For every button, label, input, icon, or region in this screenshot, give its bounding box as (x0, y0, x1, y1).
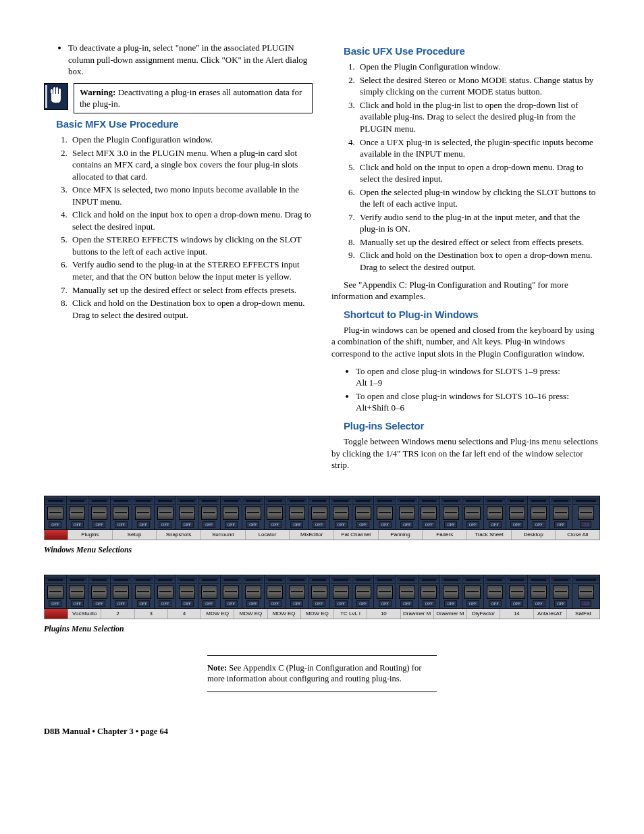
off-button[interactable]: OFF (466, 521, 479, 528)
selector-label[interactable]: Faders (423, 530, 467, 540)
off-button[interactable]: OFF (159, 521, 171, 528)
fader[interactable] (531, 585, 547, 599)
off-button[interactable]: OFF (466, 600, 479, 607)
channel[interactable]: OFF (132, 575, 155, 608)
trs-toggle-icon[interactable] (45, 530, 68, 540)
selector-label[interactable]: Setup (113, 530, 157, 540)
selector-label[interactable]: Drawmer M (434, 609, 467, 619)
fader[interactable] (399, 585, 415, 599)
channel[interactable]: OFF (88, 496, 111, 529)
off-button[interactable]: OFF (489, 600, 502, 607)
channel[interactable]: OFF (484, 575, 506, 608)
off-button[interactable]: OFF (290, 600, 303, 607)
channel[interactable]: OFF (242, 575, 265, 608)
fader[interactable] (179, 585, 195, 599)
selector-label[interactable]: TC LvL I (334, 609, 367, 619)
fader[interactable] (311, 506, 327, 520)
off-button[interactable]: OFF (444, 600, 457, 607)
off-button[interactable]: OFF (335, 600, 348, 607)
off-button[interactable]: OFF (92, 521, 105, 528)
fader[interactable] (201, 506, 217, 520)
channel[interactable]: OFF (440, 496, 462, 529)
channel[interactable]: OFF (330, 496, 352, 529)
off-button[interactable]: OFF (71, 521, 84, 528)
off-button[interactable]: OFF (71, 600, 84, 607)
off-button[interactable]: OFF (246, 600, 259, 607)
channel[interactable]: OFF (176, 496, 198, 529)
fader[interactable] (311, 585, 327, 599)
fader[interactable] (47, 506, 63, 520)
channel[interactable]: OFF (352, 575, 375, 608)
off-button[interactable]: OFF (489, 521, 502, 528)
off-button[interactable]: OFF (356, 521, 369, 528)
channel[interactable]: OFF (265, 575, 287, 608)
off-button[interactable]: OFF (181, 521, 194, 528)
channel[interactable]: OFF (286, 496, 308, 529)
off-button[interactable]: OFF (92, 600, 105, 607)
selector-label[interactable]: Close All (556, 530, 599, 540)
off-button[interactable]: OFF (203, 521, 215, 528)
off-button[interactable]: OFF (269, 600, 281, 607)
fader[interactable] (223, 585, 239, 599)
channel[interactable]: OFF (396, 575, 419, 608)
selector-label[interactable]: Fat Channel (334, 530, 379, 540)
fader[interactable] (421, 585, 437, 599)
off-button[interactable]: OFF (49, 600, 61, 607)
fader[interactable] (421, 506, 437, 520)
selector-label[interactable]: 4 (168, 609, 201, 619)
off-button[interactable]: OFF (423, 521, 435, 528)
fader[interactable] (157, 585, 173, 599)
off-button[interactable]: OFF (225, 521, 238, 528)
off-button[interactable]: OFF (246, 521, 259, 528)
master-channel[interactable]: -3.5 (572, 496, 599, 529)
channel[interactable]: OFF (308, 496, 331, 529)
fader[interactable] (113, 506, 129, 520)
channel[interactable]: OFF (352, 496, 375, 529)
selector-label[interactable]: SatFat (567, 609, 599, 619)
off-button[interactable]: OFF (269, 521, 281, 528)
channel[interactable]: OFF (506, 496, 529, 529)
selector-label[interactable]: 10 (367, 609, 400, 619)
off-button[interactable]: OFF (115, 600, 128, 607)
fader[interactable] (245, 506, 261, 520)
off-button[interactable]: OFF (115, 521, 128, 528)
selector-label[interactable]: MDW EQ (234, 609, 267, 619)
fader[interactable] (487, 585, 503, 599)
off-button[interactable]: OFF (533, 521, 545, 528)
fader[interactable] (355, 506, 371, 520)
off-button[interactable]: OFF (533, 600, 545, 607)
fader[interactable] (399, 506, 415, 520)
off-button[interactable]: OFF (510, 600, 523, 607)
channel[interactable]: OFF (221, 496, 243, 529)
channel[interactable]: OFF (111, 575, 133, 608)
fader[interactable] (355, 585, 371, 599)
channel[interactable]: OFF (67, 496, 89, 529)
channel[interactable]: OFF (88, 575, 111, 608)
selector-label[interactable]: DlyFactor (467, 609, 500, 619)
channel[interactable]: OFF (265, 496, 287, 529)
channel[interactable]: OFF (67, 575, 89, 608)
channel[interactable]: OFF (462, 575, 485, 608)
off-button[interactable]: OFF (400, 521, 413, 528)
selector-label[interactable]: MDW EQ (268, 609, 301, 619)
off-button[interactable]: OFF (137, 600, 150, 607)
selector-label[interactable]: Panning (379, 530, 423, 540)
fader[interactable] (289, 506, 305, 520)
off-button[interactable]: OFF (49, 521, 61, 528)
off-button[interactable]: OFF (444, 521, 457, 528)
fader[interactable] (223, 506, 239, 520)
master-channel[interactable]: -3.5 (572, 575, 599, 608)
channel[interactable]: OFF (111, 496, 133, 529)
selector-label[interactable]: Snapshots (157, 530, 201, 540)
channel[interactable]: OFF (550, 575, 572, 608)
channel[interactable]: OFF (419, 575, 441, 608)
selector-label[interactable]: Track Sheet (467, 530, 512, 540)
selector-label[interactable]: MDW EQ (301, 609, 334, 619)
selector-label[interactable]: 14 (500, 609, 533, 619)
channel[interactable]: OFF (198, 496, 221, 529)
fader[interactable] (69, 585, 85, 599)
fader[interactable] (113, 585, 129, 599)
selector-label[interactable]: MixEditor (290, 530, 334, 540)
off-button[interactable]: OFF (313, 600, 325, 607)
off-button[interactable]: OFF (313, 521, 325, 528)
